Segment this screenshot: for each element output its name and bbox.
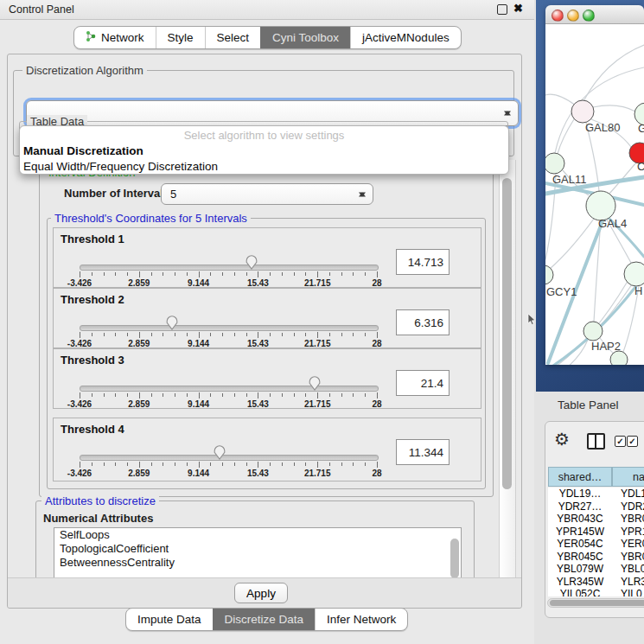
gear-icon[interactable]: ⚙ — [554, 429, 570, 450]
algorithm-option-equal-width-frequency-discretization[interactable]: Equal Width/Frequency Discretization — [23, 160, 218, 173]
slider-tick — [92, 272, 92, 276]
table-row[interactable]: YBR045CYBR0 — [548, 551, 644, 564]
threshold-value-field[interactable]: 21.4 — [396, 370, 450, 396]
tab-style[interactable]: Style — [156, 27, 205, 48]
cell-shared-name[interactable]: YPR145W — [548, 526, 612, 539]
slider-tick — [234, 462, 235, 466]
cell-shared-name[interactable]: YER054C — [548, 538, 612, 551]
cell-name[interactable]: YBR0 — [621, 551, 644, 564]
close-traffic-light[interactable] — [552, 10, 564, 22]
slider-tick-label: 15.43 — [247, 469, 269, 478]
table-row[interactable]: YER054CYER0 — [548, 538, 644, 551]
threshold-3-box: Threshold 3-3.4262.8599.14415.4321.71528… — [53, 348, 481, 409]
slider-track[interactable] — [80, 386, 379, 392]
tab-infer-network[interactable]: Infer Network — [315, 609, 407, 630]
algorithm-option-manual-discretization[interactable]: Manual Discretization — [23, 144, 143, 157]
thresholds-group: Threshold's Coordinates for 5 Intervals … — [47, 218, 486, 489]
float-window-icon[interactable] — [497, 4, 507, 15]
network-canvas[interactable]: GAL80GACGAL11GAL4GCY1HHAP2 — [545, 24, 644, 365]
column-header-2[interactable]: na — [612, 467, 644, 487]
scrollbar-thumb[interactable] — [550, 600, 644, 606]
numerical-attributes-list[interactable]: SelfLoopsTopologicalCoefficientBetweenne… — [54, 527, 462, 577]
tab-cyni-toolbox[interactable]: Cyni Toolbox — [260, 27, 350, 48]
network-node[interactable] — [545, 153, 564, 174]
slider-track[interactable] — [80, 325, 379, 331]
slider-tick — [305, 462, 306, 466]
apply-button[interactable]: Apply — [234, 583, 288, 603]
table-row[interactable]: YLR345WYLR3 — [548, 576, 644, 589]
cell-shared-name[interactable]: YDL19… — [548, 488, 612, 501]
cell-shared-name[interactable]: YDR27… — [548, 501, 612, 513]
list-scrollbar-thumb[interactable] — [450, 539, 459, 577]
slider-tick — [353, 393, 354, 397]
network-node[interactable] — [624, 262, 644, 286]
settings-vertical-scrollbar[interactable] — [499, 160, 516, 577]
cell-name[interactable]: YER0 — [621, 538, 644, 551]
attribute-item-selfloops[interactable]: SelfLoops — [54, 528, 461, 542]
number-of-intervals-spinner[interactable]: 5 — [161, 183, 373, 205]
zoom-traffic-light[interactable] — [583, 10, 595, 22]
slider-tick — [104, 333, 105, 336]
network-node[interactable] — [545, 265, 553, 284]
cell-name[interactable]: YPR1 — [621, 526, 644, 539]
slider-track[interactable] — [80, 265, 379, 271]
slider-tick — [294, 272, 295, 276]
cell-shared-name[interactable]: YBR045C — [548, 551, 612, 564]
slider-thumb[interactable] — [308, 376, 322, 392]
tab-jactivemnodules[interactable]: jActiveMNodules — [350, 27, 461, 48]
network-node[interactable] — [571, 100, 594, 123]
tab-impute-data[interactable]: Impute Data — [126, 609, 213, 630]
slider-track[interactable] — [80, 455, 379, 461]
network-node[interactable] — [583, 322, 603, 341]
tab-select[interactable]: Select — [205, 27, 261, 48]
tab-network[interactable]: Network — [74, 27, 156, 48]
cell-name[interactable]: YIL0 — [621, 588, 642, 596]
cell-shared-name[interactable]: YBR043C — [548, 513, 612, 526]
table-row[interactable]: YDL19…YDL1 — [548, 488, 644, 501]
checkbox-checked-icon[interactable]: ✓ — [615, 436, 626, 447]
cell-name[interactable]: YBL0 — [621, 563, 644, 576]
slider-tick — [270, 393, 271, 397]
tab-discretize-data[interactable]: Discretize Data — [213, 609, 316, 630]
cell-name[interactable]: YDL1 — [621, 488, 644, 501]
slider-tick-label: 2.859 — [128, 278, 150, 288]
split-columns-icon[interactable] — [587, 433, 605, 450]
slider-thumb[interactable] — [213, 445, 226, 461]
close-icon[interactable]: ✖ — [513, 2, 523, 15]
cell-shared-name[interactable]: YLR345W — [548, 576, 612, 589]
column-header-1[interactable]: shared… — [548, 467, 612, 487]
cell-shared-name[interactable]: YBL079W — [548, 563, 612, 576]
slider-tick — [163, 393, 163, 397]
slider-tick — [246, 272, 247, 276]
threshold-value-field[interactable]: 14.713 — [396, 249, 450, 275]
threshold-value-field[interactable]: 11.344 — [396, 439, 450, 465]
attribute-item-betweennesscentrality[interactable]: BetweennessCentrality — [54, 556, 461, 570]
table-horizontal-scrollbar[interactable] — [547, 598, 644, 608]
slider-thumb[interactable] — [245, 255, 258, 271]
panel-title: Control Panel — [9, 0, 74, 19]
slider-tick — [115, 333, 116, 336]
network-node[interactable] — [586, 191, 615, 220]
apply-row: Apply — [8, 577, 521, 608]
checkbox-checked-icon[interactable]: ✓ — [627, 436, 638, 447]
bottom-tab-bar: Impute DataDiscretize DataInfer Network — [125, 608, 408, 631]
cell-shared-name[interactable]: YIL052C — [548, 588, 612, 596]
table-row[interactable]: YIL052CYIL0 — [548, 588, 644, 596]
table-row[interactable]: YDR27…YDR2 — [548, 501, 644, 513]
table-row[interactable]: YBR043CYBR0 — [548, 513, 644, 526]
cell-name[interactable]: YBR0 — [621, 513, 644, 526]
scrollbar-thumb[interactable] — [502, 178, 512, 489]
minimize-traffic-light[interactable] — [567, 10, 579, 22]
slider-tick — [258, 392, 258, 399]
slider-thumb[interactable] — [165, 316, 179, 331]
cell-name[interactable]: YLR3 — [621, 576, 644, 589]
slider-tick-label: 9.144 — [188, 339, 209, 348]
cell-name[interactable]: YDR2 — [621, 501, 644, 513]
table-row[interactable]: YBL079WYBL0 — [548, 563, 644, 576]
network-node[interactable] — [610, 351, 628, 365]
attribute-item-topologicalcoefficient[interactable]: TopologicalCoefficient — [54, 542, 461, 556]
table-row[interactable]: YPR145WYPR1 — [548, 526, 644, 539]
node-label: GAL4 — [598, 217, 627, 230]
threshold-value-field[interactable]: 6.316 — [396, 309, 450, 335]
slider-tick — [294, 333, 295, 336]
